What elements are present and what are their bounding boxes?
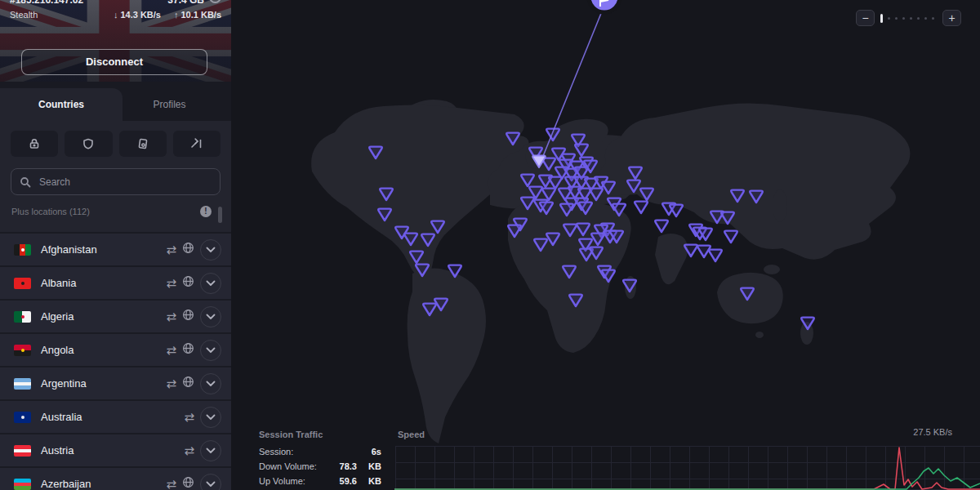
up-arrow-icon: ↑ [174,10,179,20]
protocol-label[interactable]: Stealth [10,10,38,20]
azerbaijan-flag-icon [14,479,31,490]
country-row-albania[interactable]: Albania⇄ [0,265,231,299]
session-traffic-panel: Session Traffic Session: 6s Down Volume:… [259,430,381,490]
sidebar: #185.216.147.62 37.4 GB Stealth ↓14.3 KB… [0,0,231,490]
argentina-flag-icon [14,378,31,390]
port-forward-swap-icon[interactable]: ⇄ [166,310,176,323]
shield-filter-button[interactable] [65,131,112,157]
location-pin[interactable] [724,231,737,243]
globe-icon[interactable] [182,309,194,324]
zoom-slider-dot[interactable] [917,17,920,20]
country-name: Albania [41,277,166,289]
port-forward-swap-icon[interactable]: ⇄ [166,277,176,289]
expand-chevron-button[interactable] [200,373,221,394]
tab-bar: Countries Profiles [0,82,231,121]
country-row-afghanistan[interactable]: Afghanistan⇄ [0,232,231,265]
down-volume-value: 78.3 [318,461,357,473]
country-row-austria[interactable]: Austria⇄ [0,433,231,466]
globe-icon[interactable] [182,342,194,358]
country-name: Austria [41,444,184,457]
country-row-angola[interactable]: Angola⇄ [0,332,231,366]
location-pin[interactable] [635,202,648,213]
download-speed: ↓14.3 KB/s [114,10,161,20]
country-name: Afghanistan [41,243,166,256]
country-row-algeria[interactable]: Algeria⇄ [0,299,231,332]
ip-address: #185.216.147.62 [10,0,83,5]
globe-icon[interactable] [182,376,194,391]
locations-list-header: Plus locations (112) ! [0,195,231,224]
expand-chevron-button[interactable] [200,273,221,294]
disconnect-button[interactable]: Disconnect [21,49,207,75]
down-volume-label: Down Volume: [259,461,318,473]
zoom-slider-dot[interactable] [932,17,934,20]
country-name: Argentina [41,377,166,390]
port-forward-swap-icon[interactable]: ⇄ [166,478,176,490]
location-pin[interactable] [655,220,668,232]
port-forward-swap-icon[interactable]: ⇄ [166,377,176,390]
expand-chevron-button[interactable] [200,474,221,490]
zoom-out-button[interactable]: − [856,10,875,26]
australia-flag-icon [14,412,31,423]
zoom-slider-dot[interactable] [902,17,905,20]
lock-icon [29,138,40,149]
up-volume-label: Up Volume: [259,476,318,488]
afghanistan-flag-icon [14,244,31,256]
speed-graph-lines [394,425,980,490]
country-row-argentina[interactable]: Argentina⇄ [0,366,231,399]
globe-icon[interactable] [182,242,194,257]
country-name: Algeria [41,310,166,323]
zoom-slider-handle[interactable] [880,14,883,23]
expand-chevron-button[interactable] [200,440,221,461]
zoom-slider-dot[interactable] [888,17,890,20]
country-row-azerbaijan[interactable]: Azerbaijan⇄ [0,466,231,490]
search-box[interactable] [11,168,220,195]
expand-chevron-button[interactable] [200,239,221,261]
zoom-slider-dot[interactable] [895,17,898,20]
search-icon [20,176,31,188]
location-pin[interactable] [709,250,722,261]
up-volume-value: 59.6 [318,476,357,488]
algeria-flag-icon [14,311,31,323]
speed-graph: Speed 27.5 KB/s [394,425,980,490]
tab-profiles[interactable]: Profiles [122,88,216,121]
port-forward-swap-icon[interactable]: ⇄ [184,411,194,423]
expand-chevron-button[interactable] [200,340,221,361]
globe-icon[interactable] [182,476,194,490]
country-row-australia[interactable]: Australia⇄ [0,399,231,433]
list-scrollbar-thumb[interactable] [218,207,222,223]
port-forward-swap-icon[interactable]: ⇄ [166,344,176,356]
port-forward-swap-icon[interactable]: ⇄ [184,444,194,457]
config-file-icon [137,138,149,149]
port-forward-swap-icon[interactable]: ⇄ [166,243,176,256]
austria-flag-icon [14,445,31,457]
tab-countries[interactable]: Countries [0,88,122,121]
static-ip-lock-button[interactable] [11,131,58,157]
search-input[interactable] [38,176,212,189]
vpn-app-window: − + Session Traffic Session: 6s Down Vol… [0,0,980,490]
latency-sort-button[interactable] [173,131,220,157]
config-filter-button[interactable] [119,131,167,157]
location-pin[interactable] [670,205,683,216]
session-traffic-title: Session Traffic [259,430,381,439]
country-name: Australia [41,411,184,423]
zoom-slider-track[interactable] [888,17,934,20]
upload-speed-line [394,468,980,489]
zoom-slider-dot[interactable] [924,17,927,20]
upload-speed: ↑10.1 KB/s [174,10,221,20]
angola-flag-icon [14,345,31,356]
gear-icon[interactable] [209,0,221,3]
albania-flag-icon [14,278,31,289]
zoom-in-button[interactable]: + [942,10,961,26]
globe-icon[interactable] [182,275,194,291]
country-name: Angola [41,344,166,356]
zoom-slider-dot[interactable] [910,17,912,20]
connected-node-circle[interactable] [589,0,620,12]
expand-chevron-button[interactable] [200,306,221,327]
connection-header: #185.216.147.62 37.4 GB Stealth ↓14.3 KB… [0,0,231,82]
session-unit: 6s [357,447,381,458]
info-icon[interactable]: ! [200,206,212,217]
filter-icon-row [0,121,231,162]
plus-locations-label: Plus locations (112) [11,207,90,216]
data-usage: 37.4 GB [167,0,204,5]
expand-chevron-button[interactable] [200,407,221,428]
